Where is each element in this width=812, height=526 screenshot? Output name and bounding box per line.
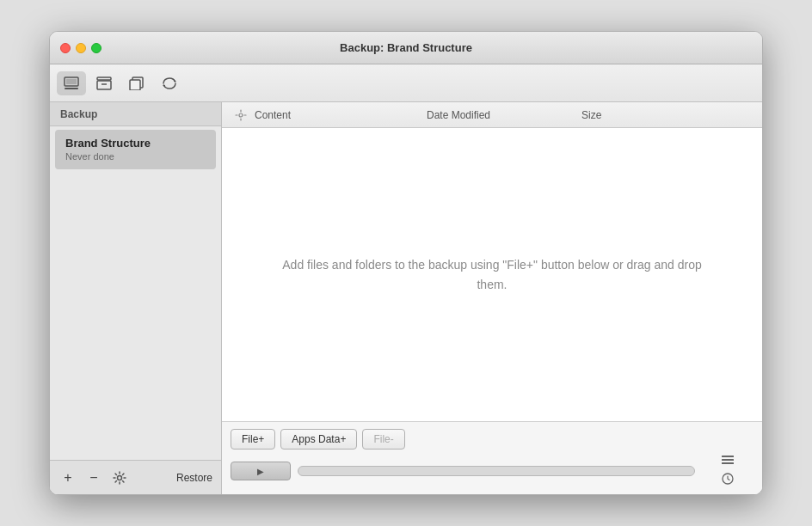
- minimize-button[interactable]: [76, 43, 86, 53]
- play-button[interactable]: ▶: [231, 462, 291, 480]
- content-body: Add files and folders to the backup usin…: [222, 128, 762, 421]
- toolbar: [50, 64, 762, 102]
- svg-rect-14: [722, 462, 734, 464]
- maximize-button[interactable]: [91, 43, 102, 53]
- sync-icon: [162, 76, 177, 90]
- archive-icon: [96, 76, 112, 90]
- archive-toolbar-btn[interactable]: [89, 71, 119, 95]
- content-column-header: Content: [255, 109, 427, 121]
- list-icon: [721, 455, 735, 467]
- progress-row: ▶: [231, 455, 754, 487]
- log-view-button[interactable]: [721, 473, 735, 487]
- footer-buttons: File+ Apps Data+ File-: [231, 429, 754, 450]
- svg-rect-2: [65, 88, 78, 89]
- column-settings-icon: [235, 109, 247, 121]
- content-pane: Content Date Modified Size Add files and…: [222, 102, 762, 494]
- svg-rect-4: [97, 81, 111, 89]
- app-window: Backup: Brand Structure: [49, 31, 763, 495]
- svg-rect-13: [722, 459, 734, 461]
- sync-toolbar-btn[interactable]: [155, 71, 184, 95]
- empty-state-message: Add files and folders to the backup usin…: [277, 255, 707, 294]
- copy-icon: [129, 76, 145, 90]
- sidebar-items: Brand Structure Never done: [50, 126, 221, 460]
- clock-icon: [721, 473, 735, 485]
- sidebar-item-subtitle: Never done: [65, 151, 206, 162]
- progress-bar: [298, 466, 695, 476]
- svg-marker-9: [163, 85, 165, 88]
- play-icon: ▶: [257, 467, 264, 476]
- sidebar: Backup Brand Structure Never done + − Re…: [50, 102, 222, 494]
- backup-icon: [64, 76, 79, 90]
- sidebar-footer: + − Restore: [50, 460, 221, 494]
- add-backup-button[interactable]: +: [58, 468, 77, 487]
- content-footer: File+ Apps Data+ File- ▶: [222, 421, 762, 494]
- main-area: Backup Brand Structure Never done + − Re…: [50, 102, 762, 494]
- svg-rect-1: [66, 79, 77, 84]
- content-header: Content Date Modified Size: [222, 102, 762, 128]
- title-bar: Backup: Brand Structure: [50, 32, 762, 64]
- close-button[interactable]: [60, 43, 71, 53]
- remove-backup-button[interactable]: −: [84, 468, 103, 487]
- modified-column-header: Date Modified: [427, 109, 581, 121]
- svg-point-11: [239, 113, 243, 117]
- svg-rect-12: [722, 456, 734, 457]
- backup-toolbar-btn[interactable]: [57, 71, 86, 95]
- sidebar-header-label: Backup: [60, 108, 97, 120]
- sidebar-header: Backup: [50, 102, 221, 126]
- apps-data-plus-button[interactable]: Apps Data+: [280, 429, 357, 450]
- svg-marker-8: [174, 79, 176, 82]
- restore-button[interactable]: Restore: [176, 472, 212, 484]
- settings-button[interactable]: [110, 468, 129, 487]
- traffic-lights: [60, 43, 102, 53]
- size-column-header: Size: [581, 109, 667, 121]
- file-minus-button[interactable]: File-: [362, 429, 404, 450]
- sidebar-item-brand-structure[interactable]: Brand Structure Never done: [55, 130, 216, 169]
- svg-point-10: [118, 475, 122, 480]
- file-plus-button[interactable]: File+: [231, 429, 275, 450]
- svg-rect-3: [97, 77, 111, 80]
- settings-col-icon: [231, 105, 251, 125]
- copy-toolbar-btn[interactable]: [122, 71, 151, 95]
- window-title: Backup: Brand Structure: [340, 41, 472, 54]
- list-view-button[interactable]: [721, 455, 735, 469]
- content-footer-wrapper: File+ Apps Data+ File- ▶: [222, 421, 762, 494]
- svg-rect-7: [130, 80, 140, 90]
- sidebar-item-name: Brand Structure: [65, 137, 206, 150]
- gear-icon: [113, 471, 126, 485]
